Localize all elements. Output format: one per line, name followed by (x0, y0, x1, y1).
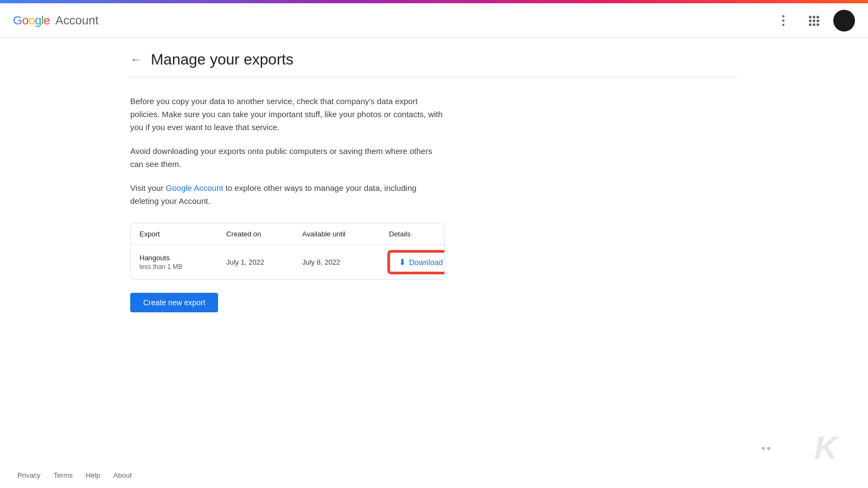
download-label: Download (409, 258, 443, 267)
footer-terms-link[interactable]: Terms (54, 471, 73, 479)
more-options-button[interactable] (773, 10, 794, 31)
back-arrow-icon[interactable]: ← (130, 53, 142, 67)
footer: Privacy Terms Help About (0, 463, 868, 488)
col-header-created: Created on (226, 230, 302, 238)
apps-button[interactable] (803, 10, 825, 31)
create-export-button[interactable]: Create new export (130, 293, 218, 312)
footer-privacy-link[interactable]: Privacy (17, 471, 41, 479)
paragraph-2: Avoid downloading your exports onto publ… (130, 145, 445, 171)
header: Google Account (0, 3, 868, 38)
paragraph-3-pre: Visit your (130, 183, 166, 192)
three-dots-icon (782, 15, 784, 26)
export-name: Hangouts (139, 254, 226, 262)
watermark-decoration (762, 447, 770, 450)
available-until: July 8, 2022 (302, 258, 389, 266)
avatar[interactable] (833, 10, 855, 31)
grid-icon (809, 16, 819, 25)
download-button[interactable]: ⬇ Download (389, 252, 445, 273)
export-info: Hangouts less than 1 MB (139, 254, 226, 271)
col-header-details: Details (389, 230, 436, 238)
details-cell: ⬇ Download ⌄ (389, 252, 445, 273)
paragraph-1: Before you copy your data to another ser… (130, 95, 445, 134)
page-title: Manage your exports (151, 51, 293, 68)
col-header-export: Export (139, 230, 226, 238)
page-title-row: ← Manage your exports (130, 38, 738, 78)
exports-table: Export Created on Available until Detail… (130, 223, 445, 280)
watermark-k: K (814, 429, 835, 466)
header-actions (773, 10, 855, 31)
created-on: July 1, 2022 (226, 258, 302, 266)
table-header: Export Created on Available until Detail… (131, 223, 444, 245)
download-icon: ⬇ (399, 257, 406, 267)
table-row: Hangouts less than 1 MB July 1, 2022 Jul… (131, 245, 444, 279)
export-size: less than 1 MB (139, 263, 226, 271)
main-content: ← Manage your exports Before you copy yo… (108, 38, 760, 312)
footer-help-link[interactable]: Help (86, 471, 100, 479)
google-logo: Google (13, 14, 50, 28)
col-header-available: Available until (302, 230, 389, 238)
google-account-link[interactable]: Google Account (166, 183, 224, 192)
paragraph-3: Visit your Google Account to explore oth… (130, 182, 445, 208)
footer-about-link[interactable]: About (113, 471, 132, 479)
header-logo-area: Google Account (13, 14, 99, 28)
account-label: Account (55, 14, 99, 28)
